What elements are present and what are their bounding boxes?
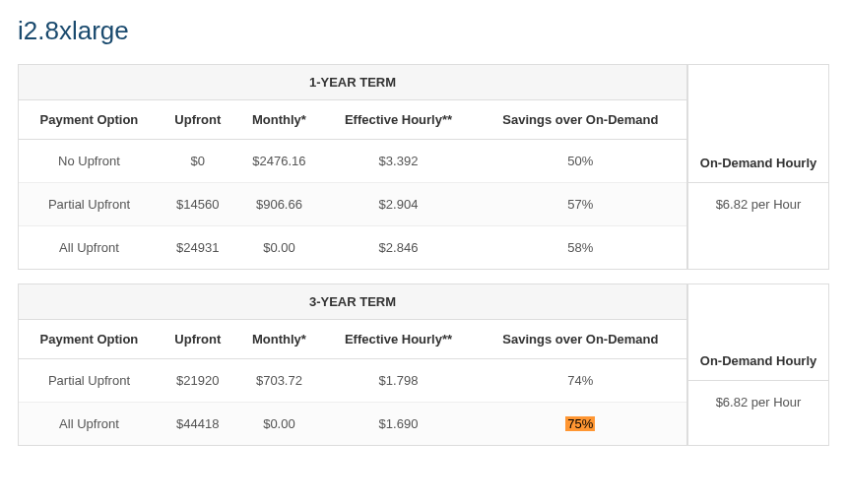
cell-monthly: $0.00 <box>236 226 323 270</box>
cell-effective-hourly: $3.392 <box>322 140 475 183</box>
table-row: No Upfront $0 $2476.16 $3.392 50% <box>19 140 686 183</box>
pricing-outer-table: 1-YEAR TERM Payment Option Upfront Month… <box>18 64 829 270</box>
pricing-table-1year: Payment Option Upfront Monthly* Effectiv… <box>19 100 686 269</box>
cell-monthly: $703.72 <box>236 359 323 403</box>
cell-upfront: $14560 <box>160 183 236 226</box>
col-effective-hourly: Effective Hourly** <box>322 100 475 140</box>
cell-monthly: $906.66 <box>236 183 323 226</box>
page-title: i2.8xlarge <box>18 16 829 46</box>
col-payment-option: Payment Option <box>19 100 160 140</box>
table-row: All Upfront $24931 $0.00 $2.846 58% <box>19 226 686 270</box>
table-row: Partial Upfront $21920 $703.72 $1.798 74… <box>19 359 686 403</box>
cell-monthly: $2476.16 <box>236 140 323 183</box>
pricing-outer-table: 3-YEAR TERM Payment Option Upfront Month… <box>18 284 829 446</box>
cell-savings: 50% <box>475 140 686 183</box>
col-upfront: Upfront <box>160 320 236 359</box>
cell-upfront: $44418 <box>160 403 236 446</box>
cell-upfront: $21920 <box>160 359 236 403</box>
cell-monthly: $0.00 <box>236 403 323 446</box>
cell-payment-option: Partial Upfront <box>19 359 160 403</box>
cell-savings: 57% <box>475 183 686 226</box>
col-effective-hourly: Effective Hourly** <box>322 320 475 359</box>
cell-effective-hourly: $1.798 <box>322 359 475 403</box>
cell-upfront: $0 <box>160 140 236 183</box>
cell-savings: 75% <box>475 403 686 446</box>
col-savings: Savings over On-Demand <box>475 320 686 359</box>
table-row: Partial Upfront $14560 $906.66 $2.904 57… <box>19 183 686 226</box>
cell-savings: 74% <box>475 359 686 403</box>
term-block-1year: 1-YEAR TERM Payment Option Upfront Month… <box>18 64 829 270</box>
col-monthly: Monthly* <box>236 320 323 359</box>
cell-savings: 58% <box>475 226 686 270</box>
col-upfront: Upfront <box>160 100 236 140</box>
cell-payment-option: All Upfront <box>19 226 160 270</box>
col-monthly: Monthly* <box>236 100 323 140</box>
cell-effective-hourly: $2.904 <box>322 183 475 226</box>
cell-upfront: $24931 <box>160 226 236 270</box>
cell-effective-hourly: $1.690 <box>322 403 475 446</box>
term-header: 3-YEAR TERM <box>19 284 686 320</box>
col-payment-option: Payment Option <box>19 320 160 359</box>
col-on-demand-hourly: On-Demand Hourly <box>688 144 828 183</box>
cell-payment-option: All Upfront <box>19 403 160 446</box>
cell-payment-option: No Upfront <box>19 140 160 183</box>
cell-on-demand-hourly: $6.82 per Hour <box>688 381 828 423</box>
pricing-table-3year: Payment Option Upfront Monthly* Effectiv… <box>19 320 686 445</box>
cell-on-demand-hourly: $6.82 per Hour <box>688 183 828 225</box>
cell-effective-hourly: $2.846 <box>322 226 475 270</box>
table-row: All Upfront $44418 $0.00 $1.690 75% <box>19 403 686 446</box>
cell-payment-option: Partial Upfront <box>19 183 160 226</box>
term-header: 1-YEAR TERM <box>19 65 686 100</box>
highlighted-savings: 75% <box>565 416 595 431</box>
term-block-3year: 3-YEAR TERM Payment Option Upfront Month… <box>18 284 829 446</box>
col-on-demand-hourly: On-Demand Hourly <box>688 342 828 381</box>
col-savings: Savings over On-Demand <box>475 100 686 140</box>
